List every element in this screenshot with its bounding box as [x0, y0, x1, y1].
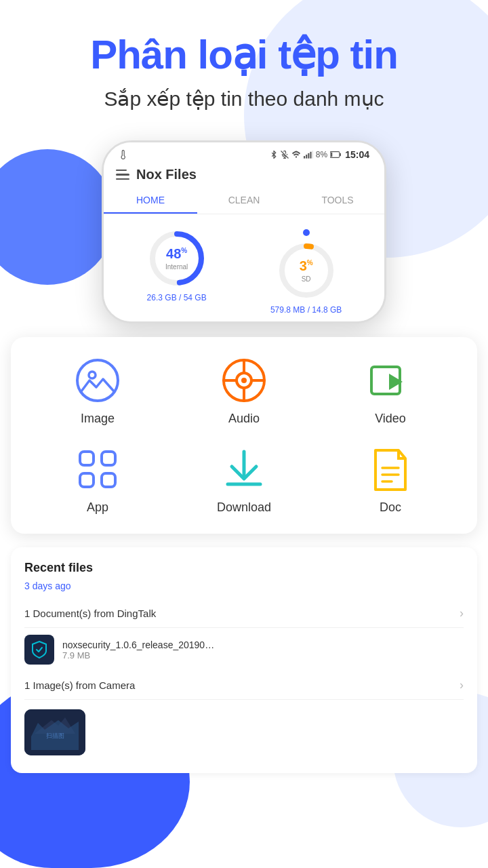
app-title: Nox Files — [136, 167, 197, 182]
svg-rect-24 — [102, 452, 115, 465]
time: 15:04 — [345, 149, 369, 160]
main-title: Phân loại tệp tin — [22, 33, 466, 77]
app-label: App — [87, 500, 108, 515]
recent-section: Recent files 3 days ago 1 Document(s) fr… — [11, 547, 477, 773]
header-section: Phân loại tệp tin Sắp xếp tệp tin theo d… — [0, 0, 488, 121]
phone-mockup: 8% 15:04 Nox Files HOME CLEAN — [102, 140, 386, 323]
svg-rect-7 — [310, 152, 311, 159]
download-icon — [220, 445, 268, 494]
sd-percent-text: 3% SD — [300, 258, 313, 283]
category-download[interactable]: Download — [171, 445, 317, 515]
video-label: Video — [375, 412, 406, 426]
hamburger-icon[interactable] — [116, 170, 129, 180]
doc-icon — [366, 445, 415, 494]
category-audio[interactable]: Audio — [171, 356, 317, 426]
svg-rect-10 — [340, 153, 341, 156]
app-header: Nox Files — [104, 164, 384, 188]
category-card: Image Audio Video — [11, 337, 477, 534]
recent-file-noxsecurity: noxsecurity_1.0.6_release_20190… 7.9 MB — [24, 628, 464, 671]
doc-label: Doc — [380, 500, 401, 515]
recent-title: Recent files — [24, 561, 464, 575]
category-image[interactable]: Image — [24, 356, 171, 426]
internal-storage-info: 26.3 GB / 54 GB — [147, 293, 207, 302]
video-icon — [366, 356, 415, 405]
category-doc[interactable]: Doc — [317, 445, 464, 515]
recent-date: 3 days ago — [24, 580, 464, 591]
file-info-noxsecurity: noxsecurity_1.0.6_release_20190… 7.9 MB — [62, 639, 464, 660]
internal-gauge: 48% Internal — [146, 228, 207, 289]
svg-point-16 — [77, 360, 118, 401]
dingtalk-label: 1 Document(s) from DingTalk — [24, 608, 156, 619]
battery-icon — [330, 151, 341, 159]
camera-label: 1 Image(s) from Camera — [24, 679, 135, 691]
internal-percent-text: 48% Internal — [165, 246, 188, 271]
phone-tabs: HOME CLEAN TOOLS — [104, 188, 384, 214]
camera-thumb-row: 扫描图 — [24, 700, 464, 762]
recent-group-camera[interactable]: 1 Image(s) from Camera › — [24, 671, 464, 700]
mute-icon — [281, 151, 289, 159]
svg-rect-6 — [308, 153, 309, 159]
image-label: Image — [81, 412, 115, 426]
svg-point-20 — [241, 378, 247, 383]
app-icon — [73, 445, 122, 494]
status-left — [119, 150, 128, 159]
chevron-right-icon-2: › — [460, 678, 464, 692]
camera-thumb: 扫描图 — [24, 709, 85, 755]
chevron-right-icon: › — [460, 606, 464, 620]
storage-sd: 3% SD 579.8 MB / 14.8 GB — [270, 228, 342, 315]
file-name: noxsecurity_1.0.6_release_20190… — [62, 639, 464, 650]
storage-internal: 48% Internal 26.3 GB / 54 GB — [146, 228, 207, 315]
sd-gauge: 3% SD — [276, 240, 337, 301]
category-grid: Image Audio Video — [24, 356, 464, 515]
storage-section: 48% Internal 26.3 GB / 54 GB 3% SD — [104, 214, 384, 321]
thermometer-icon — [119, 150, 128, 159]
svg-rect-5 — [306, 155, 307, 159]
download-label: Download — [217, 500, 271, 515]
camera-image-thumb: 扫描图 — [24, 709, 85, 755]
subtitle: Sắp xếp tệp tin theo danh mục — [22, 87, 466, 111]
svg-rect-25 — [80, 473, 94, 487]
bluetooth-icon — [270, 151, 278, 159]
audio-icon — [220, 356, 268, 405]
svg-point-17 — [89, 372, 96, 378]
sd-dot — [303, 229, 310, 236]
status-bar: 8% 15:04 — [104, 142, 384, 164]
category-app[interactable]: App — [24, 445, 171, 515]
svg-rect-4 — [304, 156, 305, 159]
sd-storage-info: 579.8 MB / 14.8 GB — [270, 305, 342, 315]
category-video[interactable]: Video — [317, 356, 464, 426]
audio-label: Audio — [228, 412, 260, 426]
tab-home[interactable]: HOME — [104, 188, 197, 214]
phone-mockup-wrapper: 8% 15:04 Nox Files HOME CLEAN — [0, 140, 488, 323]
recent-group-dingtalk[interactable]: 1 Document(s) from DingTalk › — [24, 599, 464, 628]
svg-rect-26 — [102, 473, 115, 487]
tab-tools[interactable]: TOOLS — [291, 188, 384, 214]
battery-percent: 8% — [316, 150, 327, 159]
svg-point-3 — [296, 156, 297, 157]
image-icon — [73, 356, 122, 405]
status-right: 8% 15:04 — [270, 149, 369, 160]
svg-text:扫描图: 扫描图 — [45, 732, 64, 739]
svg-rect-23 — [80, 452, 94, 465]
svg-rect-11 — [331, 153, 332, 157]
wifi-icon — [291, 150, 301, 159]
signal-icon — [304, 151, 313, 159]
svg-rect-8 — [312, 151, 312, 158]
tab-clean[interactable]: CLEAN — [197, 188, 291, 214]
shield-thumb-icon — [27, 637, 52, 662]
file-size: 7.9 MB — [62, 650, 464, 660]
noxsecurity-thumb — [24, 635, 54, 665]
